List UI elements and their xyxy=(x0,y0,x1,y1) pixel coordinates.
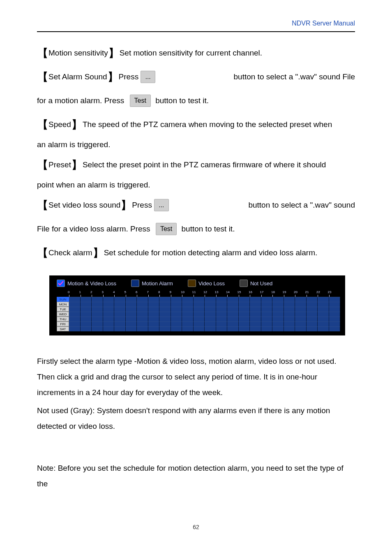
schedule-cell[interactable] xyxy=(295,317,307,321)
schedule-cell[interactable] xyxy=(284,321,295,326)
schedule-cell[interactable] xyxy=(284,317,295,321)
schedule-cell[interactable] xyxy=(137,312,148,317)
schedule-cell[interactable] xyxy=(182,297,194,302)
schedule-cell[interactable] xyxy=(261,326,273,331)
schedule-cell[interactable] xyxy=(329,307,341,312)
schedule-cell[interactable] xyxy=(329,321,341,326)
schedule-cell[interactable] xyxy=(329,302,341,307)
schedule-cell[interactable] xyxy=(92,317,103,321)
schedule-cell[interactable] xyxy=(272,302,284,307)
schedule-cell[interactable] xyxy=(239,317,250,321)
schedule-cell[interactable] xyxy=(307,297,318,302)
schedule-cell[interactable] xyxy=(295,302,307,307)
schedule-cell[interactable] xyxy=(126,312,137,317)
schedule-cell[interactable] xyxy=(272,312,284,317)
schedule-cell[interactable] xyxy=(114,326,126,331)
schedule-cell[interactable] xyxy=(239,302,250,307)
schedule-cell[interactable] xyxy=(81,317,92,321)
schedule-cell[interactable] xyxy=(250,317,261,321)
schedule-cell[interactable] xyxy=(194,297,205,302)
schedule-cell[interactable] xyxy=(159,312,171,317)
schedule-cell[interactable] xyxy=(159,321,171,326)
schedule-cell[interactable] xyxy=(148,312,160,317)
schedule-cell[interactable] xyxy=(261,297,273,302)
schedule-cell[interactable] xyxy=(114,307,126,312)
schedule-cell[interactable] xyxy=(137,326,148,331)
schedule-cell[interactable] xyxy=(194,326,205,331)
schedule-cell[interactable] xyxy=(329,297,341,302)
schedule-cell[interactable] xyxy=(194,317,205,321)
schedule-cell[interactable] xyxy=(159,317,171,321)
schedule-cell[interactable] xyxy=(307,302,318,307)
day-label[interactable]: SAT xyxy=(57,326,69,331)
schedule-cell[interactable] xyxy=(272,321,284,326)
schedule-cell[interactable] xyxy=(126,297,137,302)
schedule-cell[interactable] xyxy=(318,317,329,321)
schedule-cell[interactable] xyxy=(216,297,228,302)
day-label[interactable]: THU xyxy=(57,317,69,321)
schedule-cell[interactable] xyxy=(205,302,216,307)
schedule-cell[interactable] xyxy=(318,312,329,317)
day-label[interactable]: FRI xyxy=(57,321,69,326)
schedule-cell[interactable] xyxy=(239,326,250,331)
schedule-cell[interactable] xyxy=(81,312,92,317)
day-label[interactable]: SUN xyxy=(57,297,69,302)
schedule-cell[interactable] xyxy=(92,297,103,302)
browse-button[interactable]: ... xyxy=(154,199,168,211)
schedule-cell[interactable] xyxy=(92,312,103,317)
schedule-cell[interactable] xyxy=(148,321,160,326)
schedule-cell[interactable] xyxy=(239,321,250,326)
schedule-cell[interactable] xyxy=(137,302,148,307)
schedule-cell[interactable] xyxy=(126,321,137,326)
day-label[interactable]: MON xyxy=(57,302,69,307)
schedule-cell[interactable] xyxy=(250,302,261,307)
schedule-cell[interactable] xyxy=(92,302,103,307)
schedule-cell[interactable] xyxy=(137,297,148,302)
schedule-cell[interactable] xyxy=(261,312,273,317)
schedule-cell[interactable] xyxy=(216,307,228,312)
schedule-cell[interactable] xyxy=(114,302,126,307)
day-label[interactable]: TUE xyxy=(57,307,69,312)
schedule-cell[interactable] xyxy=(284,307,295,312)
schedule-cell[interactable] xyxy=(92,307,103,312)
schedule-cell[interactable] xyxy=(284,297,295,302)
schedule-cell[interactable] xyxy=(284,326,295,331)
schedule-cell[interactable] xyxy=(272,317,284,321)
schedule-cell[interactable] xyxy=(182,321,194,326)
schedule-cell[interactable] xyxy=(182,317,194,321)
schedule-cell[interactable] xyxy=(182,312,194,317)
schedule-cell[interactable] xyxy=(329,326,341,331)
schedule-cell[interactable] xyxy=(126,302,137,307)
schedule-cell[interactable] xyxy=(194,307,205,312)
schedule-cell[interactable] xyxy=(148,302,160,307)
schedule-cell[interactable] xyxy=(114,317,126,321)
schedule-cell[interactable] xyxy=(295,321,307,326)
browse-button[interactable]: ... xyxy=(141,71,155,83)
schedule-cell[interactable] xyxy=(126,307,137,312)
schedule-cell[interactable] xyxy=(81,326,92,331)
schedule-cell[interactable] xyxy=(250,307,261,312)
schedule-cell[interactable] xyxy=(182,326,194,331)
schedule-cell[interactable] xyxy=(126,326,137,331)
schedule-cell[interactable] xyxy=(148,297,160,302)
schedule-cell[interactable] xyxy=(171,297,182,302)
schedule-cell[interactable] xyxy=(239,307,250,312)
schedule-cell[interactable] xyxy=(148,317,160,321)
schedule-cell[interactable] xyxy=(171,307,182,312)
schedule-cell[interactable] xyxy=(250,321,261,326)
schedule-cell[interactable] xyxy=(148,326,160,331)
schedule-cell[interactable] xyxy=(81,297,92,302)
schedule-cell[interactable] xyxy=(69,302,81,307)
schedule-cell[interactable] xyxy=(205,312,216,317)
schedule-cell[interactable] xyxy=(318,302,329,307)
schedule-cell[interactable] xyxy=(137,321,148,326)
schedule-cell[interactable] xyxy=(216,326,228,331)
schedule-cell[interactable] xyxy=(103,302,115,307)
schedule-cell[interactable] xyxy=(137,307,148,312)
schedule-cell[interactable] xyxy=(261,321,273,326)
schedule-cell[interactable] xyxy=(69,312,81,317)
schedule-cell[interactable] xyxy=(171,317,182,321)
schedule-cell[interactable] xyxy=(69,307,81,312)
schedule-cell[interactable] xyxy=(227,307,239,312)
schedule-cell[interactable] xyxy=(205,297,216,302)
